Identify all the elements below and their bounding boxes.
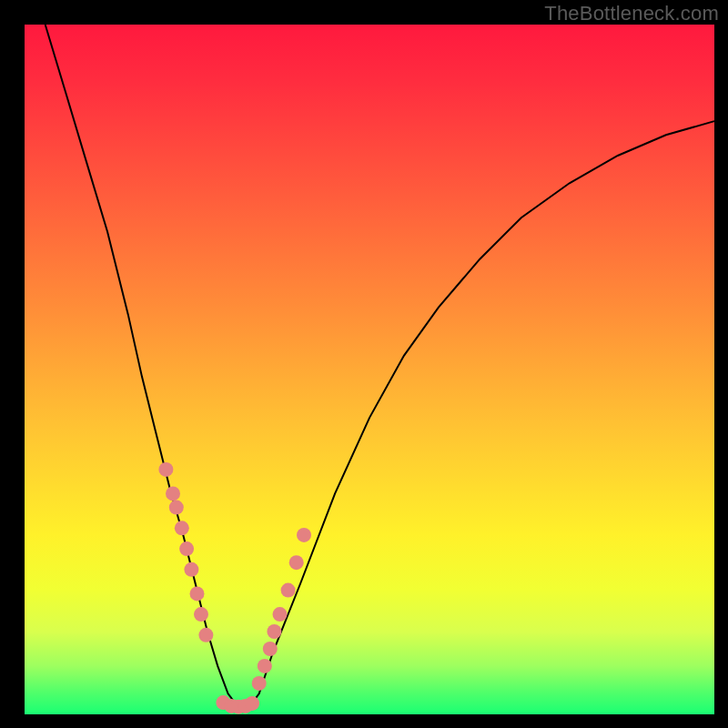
scatter-dot — [175, 521, 189, 535]
scatter-dot — [166, 486, 180, 500]
scatter-dot — [194, 607, 208, 622]
curve-layer — [25, 25, 714, 714]
scatter-dot — [289, 555, 304, 570]
chart-frame: TheBottleneck.com — [0, 0, 728, 728]
scatter-dot — [258, 659, 272, 673]
scatter-dot — [252, 676, 267, 691]
scatter-dot — [198, 628, 213, 642]
scatter-dot — [190, 586, 205, 601]
scatter-dot — [297, 528, 311, 542]
scatter-dot — [245, 696, 259, 711]
scatter-dot — [267, 624, 281, 639]
plot-area — [25, 25, 714, 714]
scatter-dot — [273, 607, 288, 622]
scatter-dot — [184, 562, 198, 577]
scatter-dot — [169, 500, 184, 515]
scatter-dot — [158, 462, 173, 477]
scatter-dot — [263, 642, 278, 656]
scatter-dot — [281, 583, 296, 598]
watermark-text: TheBottleneck.com — [544, 2, 719, 25]
scatter-dot — [179, 541, 194, 556]
bottleneck-curve — [46, 25, 714, 707]
scatter-dots — [158, 462, 311, 714]
